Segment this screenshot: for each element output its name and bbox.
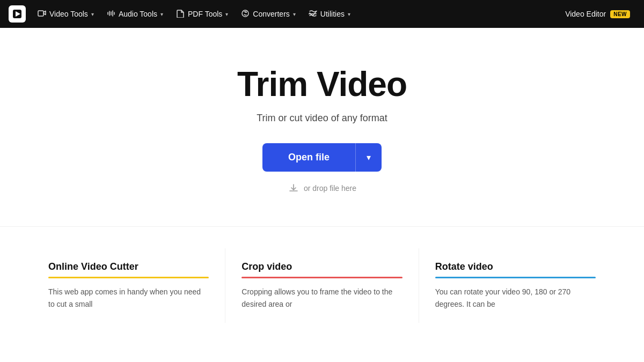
- card-crop-video: Crop video Cropping allows you to frame …: [225, 248, 418, 323]
- converters-icon: [241, 9, 250, 19]
- svg-rect-2: [38, 11, 43, 16]
- video-editor-label: Video Editor: [565, 10, 606, 18]
- utilities-icon: [309, 9, 317, 19]
- card-rotate-video: Rotate video You can rotate your video 9…: [419, 248, 612, 323]
- nav-pdf-tools-label: PDF Tools: [188, 10, 222, 18]
- chevron-down-icon-pdf: ▾: [225, 11, 228, 17]
- video-editor-button[interactable]: Video Editor NEW: [560, 6, 635, 21]
- nav-item-utilities[interactable]: Utilities ▾: [303, 6, 356, 23]
- card-online-video-cutter: Online Video Cutter This web app comes i…: [32, 248, 225, 323]
- card-text-2: You can rotate your video 90, 180 or 270…: [435, 286, 596, 310]
- card-title-2: Rotate video: [435, 261, 596, 272]
- nav-utilities-label: Utilities: [320, 10, 345, 18]
- card-title-0: Online Video Cutter: [48, 261, 209, 272]
- chevron-down-icon-btn: ▾: [367, 152, 371, 162]
- navbar: Video Tools ▾ Audio Tools ▾ PDF Tools ▾: [0, 0, 644, 28]
- card-underline-1: [241, 277, 402, 278]
- open-file-button[interactable]: Open file: [262, 143, 356, 172]
- drop-file-hint: or drop file here: [288, 182, 356, 194]
- card-underline-0: [48, 277, 209, 278]
- hero-section: Trim Video Trim or cut video of any form…: [0, 28, 644, 226]
- cards-section: Online Video Cutter This web app comes i…: [0, 226, 644, 323]
- pdf-tools-icon: [176, 9, 185, 19]
- chevron-down-icon-utilities: ▾: [348, 11, 350, 17]
- card-text-1: Cropping allows you to frame the video t…: [241, 286, 402, 310]
- drop-hint-text: or drop file here: [304, 184, 356, 193]
- nav-item-video-tools[interactable]: Video Tools ▾: [32, 6, 99, 23]
- logo[interactable]: [9, 5, 26, 23]
- chevron-down-icon-converters: ▾: [293, 11, 296, 17]
- download-icon: [288, 182, 299, 194]
- svg-point-3: [242, 10, 248, 17]
- nav-item-audio-tools[interactable]: Audio Tools ▾: [101, 6, 169, 23]
- chevron-down-icon-audio: ▾: [160, 11, 163, 17]
- card-underline-2: [435, 277, 596, 278]
- open-file-dropdown-button[interactable]: ▾: [356, 143, 382, 172]
- nav-video-tools-label: Video Tools: [49, 10, 88, 18]
- page-title: Trim Video: [237, 65, 407, 103]
- card-text-0: This web app comes in handy when you nee…: [48, 286, 209, 310]
- video-tools-icon: [38, 9, 46, 19]
- nav-item-converters[interactable]: Converters ▾: [236, 6, 301, 23]
- nav-audio-tools-label: Audio Tools: [119, 10, 157, 18]
- page-subtitle: Trim or cut video of any format: [257, 113, 387, 124]
- new-badge: NEW: [610, 10, 630, 18]
- nav-converters-label: Converters: [253, 10, 289, 18]
- card-title-1: Crop video: [241, 261, 402, 272]
- open-file-button-group: Open file ▾: [262, 143, 382, 172]
- chevron-down-icon: ▾: [91, 11, 94, 17]
- nav-item-pdf-tools[interactable]: PDF Tools ▾: [171, 6, 233, 23]
- audio-tools-icon: [107, 9, 115, 19]
